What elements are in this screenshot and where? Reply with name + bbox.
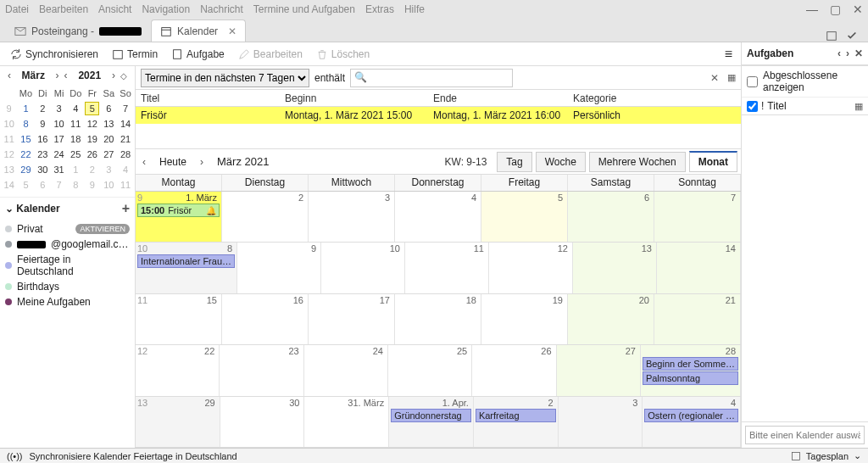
tab-calendar[interactable]: Kalender ✕	[151, 20, 246, 42]
task-quick-add-input[interactable]	[745, 426, 865, 444]
month-grid[interactable]: 91. März15:00Frisör🔔234567108Internation…	[136, 192, 741, 448]
day-cell[interactable]: 17	[309, 294, 395, 344]
minical-day[interactable]: 3	[101, 163, 116, 176]
minical-day[interactable]: 20	[101, 132, 116, 146]
day-cell[interactable]: 6	[568, 192, 654, 242]
day-cell[interactable]: 10	[321, 243, 405, 293]
day-cell[interactable]: 2	[222, 192, 309, 242]
day-cell[interactable]: 26	[472, 345, 556, 395]
mini-calendar[interactable]: MoDiMiDoFrSaSo91234567108910111213141115…	[0, 85, 135, 193]
minical-day[interactable]: 29	[18, 163, 33, 176]
calendars-header[interactable]: ⌄ Kalender +	[0, 197, 135, 220]
menu-extras[interactable]: Extras	[365, 3, 394, 15]
today-button[interactable]: Heute	[153, 154, 193, 170]
new-termin-button[interactable]: Termin	[107, 46, 163, 63]
col-titel[interactable]: Titel	[136, 92, 280, 104]
minical-day[interactable]: 8	[68, 178, 83, 192]
calendar-item[interactable]: @googlemail.c…	[0, 237, 135, 252]
tasks-close-icon[interactable]: ✕	[854, 47, 863, 59]
sync-button[interactable]: Synchronisieren	[5, 46, 103, 63]
menu-bearbeiten[interactable]: Bearbeiten	[39, 3, 88, 15]
tasks-next-icon[interactable]: ›	[846, 47, 849, 59]
minical-day[interactable]: 10	[52, 117, 66, 131]
day-cell[interactable]: 91. März15:00Frisör🔔	[136, 192, 222, 242]
activate-badge[interactable]: AKTIVIEREN	[75, 224, 130, 234]
minical-day[interactable]: 23	[36, 148, 50, 161]
tasks-select-all-checkbox[interactable]	[747, 101, 758, 112]
minical-day[interactable]: 12	[85, 117, 99, 131]
day-cell[interactable]: 4Ostern (regionaler …	[643, 397, 741, 447]
minical-today-icon[interactable]: ◇	[118, 71, 130, 81]
day-cell[interactable]: 21	[654, 294, 741, 344]
minical-year-prev-icon[interactable]: ‹	[62, 70, 70, 81]
minical-day[interactable]: 3	[52, 102, 66, 115]
minical-day[interactable]: 5	[85, 102, 99, 115]
minical-day[interactable]: 26	[85, 148, 99, 161]
day-cell[interactable]: 30	[220, 397, 305, 447]
minical-day[interactable]: 21	[118, 132, 133, 146]
window-close-icon[interactable]: ✕	[853, 3, 863, 16]
hamburger-icon[interactable]: ≡	[725, 47, 732, 62]
minical-day[interactable]: 17	[52, 132, 66, 146]
day-cell[interactable]: 23	[220, 345, 303, 395]
day-cell[interactable]: 14	[657, 243, 741, 293]
window-maximize-icon[interactable]: ▢	[830, 3, 841, 16]
day-cell[interactable]: 11	[405, 243, 489, 293]
menu-navigation[interactable]: Navigation	[142, 3, 190, 15]
minical-day[interactable]: 22	[18, 148, 33, 161]
new-aufgabe-button[interactable]: Aufgabe	[166, 46, 230, 63]
col-ende[interactable]: Ende	[428, 92, 568, 104]
col-kategorie[interactable]: Kategorie	[568, 92, 741, 104]
minical-day[interactable]: 30	[36, 163, 50, 176]
day-cell[interactable]: 108Internationaler Frau…	[136, 243, 237, 293]
minical-day[interactable]: 25	[68, 148, 83, 161]
cal-prev-icon[interactable]: ‹	[139, 154, 149, 170]
day-cell[interactable]: 28Beginn der Somme…Palmsonntag	[641, 345, 741, 395]
minical-day[interactable]: 4	[68, 102, 83, 115]
minical-day[interactable]: 19	[85, 132, 99, 146]
minical-day[interactable]: 6	[101, 102, 116, 115]
minical-day[interactable]: 27	[101, 148, 116, 161]
minical-day[interactable]: 7	[52, 178, 66, 192]
menu-datei[interactable]: Datei	[5, 3, 29, 15]
minical-day[interactable]: 1	[68, 163, 83, 176]
minical-month-next-icon[interactable]: ›	[53, 70, 62, 81]
view-tag[interactable]: Tag	[497, 152, 531, 172]
day-cell[interactable]: 20	[568, 294, 654, 344]
calendar-event[interactable]: Ostern (regionaler …	[644, 409, 738, 422]
minical-day[interactable]: 14	[118, 117, 133, 131]
event-list-row[interactable]: FrisörMontag, 1. März 2021 15:00Montag, …	[136, 107, 741, 124]
day-cell[interactable]: 25	[388, 345, 472, 395]
menu-hilfe[interactable]: Hilfe	[404, 3, 425, 15]
col-beginn[interactable]: Beginn	[280, 92, 428, 104]
view-woche[interactable]: Woche	[536, 152, 586, 172]
menu-ansicht[interactable]: Ansicht	[98, 3, 131, 15]
tasks-prev-icon[interactable]: ‹	[837, 47, 841, 59]
tasks-shortcut-icon[interactable]	[846, 30, 858, 42]
day-cell[interactable]: 3	[309, 192, 395, 242]
tab-close-icon[interactable]: ✕	[228, 25, 236, 37]
minical-day[interactable]: 11	[68, 117, 83, 131]
minical-day[interactable]: 9	[85, 178, 99, 192]
minical-day[interactable]: 8	[18, 117, 33, 131]
calendar-event[interactable]: Palmsonntag	[643, 371, 738, 385]
minical-day[interactable]: 2	[85, 163, 99, 176]
minical-day[interactable]: 4	[118, 163, 133, 176]
day-cell[interactable]: 4	[395, 192, 481, 242]
window-minimize-icon[interactable]: —	[806, 3, 818, 16]
menu-nachricht[interactable]: Nachricht	[200, 3, 243, 15]
column-picker-icon[interactable]: ▦	[727, 72, 736, 83]
day-cell[interactable]: 5	[481, 192, 568, 242]
calendar-item[interactable]: Meine Aufgaben	[0, 294, 135, 310]
calendar-event[interactable]: Beginn der Somme…	[643, 357, 738, 371]
minical-day[interactable]: 18	[68, 132, 83, 146]
show-completed-checkbox[interactable]	[747, 76, 758, 87]
minical-year-next-icon[interactable]: ›	[109, 70, 118, 81]
calendar-item[interactable]: Birthdays	[0, 279, 135, 294]
minical-day[interactable]: 15	[18, 132, 33, 146]
day-cell[interactable]: 24	[304, 345, 388, 395]
day-cell[interactable]: 9	[237, 243, 321, 293]
day-cell[interactable]: 1329	[136, 397, 220, 447]
day-cell[interactable]: 27	[557, 345, 641, 395]
tagesplan-chevron-icon[interactable]: ⌄	[854, 450, 861, 461]
